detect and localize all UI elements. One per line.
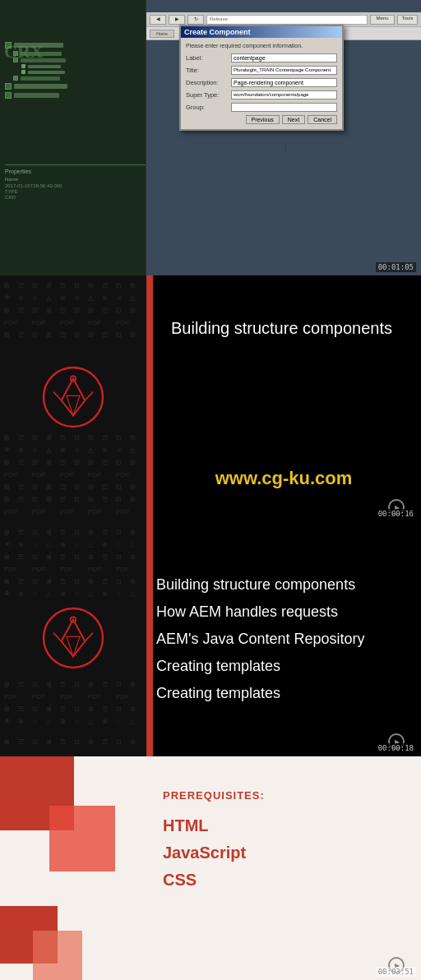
svg-text:⊞: ⊞ [88, 483, 94, 491]
svg-text:☰: ☰ [60, 578, 66, 585]
svg-text:⊡: ⊡ [116, 307, 122, 314]
svg-text:⊡: ⊡ [74, 705, 80, 713]
svg-text:⊡: ⊡ [32, 496, 38, 503]
svg-text:⊡: ⊡ [74, 578, 80, 585]
svg-text:⊡: ⊡ [74, 738, 80, 746]
svg-text:☰: ☰ [18, 434, 24, 441]
svg-text:☰: ☰ [18, 282, 24, 289]
svg-text:△: △ [130, 541, 136, 548]
section-prerequisites: PREREQUISITES: HTML JavaScript CSS ▶ 00:… [0, 756, 421, 980]
svg-text:PDF: PDF [116, 693, 129, 700]
svg-text:⊡: ⊡ [74, 434, 80, 441]
previous-button[interactable]: Previous [246, 115, 280, 124]
label-input[interactable]: contentpage [231, 53, 337, 62]
svg-text:☰: ☰ [18, 307, 24, 314]
svg-text:⊡: ⊡ [74, 483, 80, 491]
svg-text:⊞: ⊞ [4, 483, 10, 491]
title-row: Title: Pluralsight_TRAIN Contentpage Com… [186, 66, 337, 75]
svg-text:⊞: ⊞ [4, 307, 10, 314]
create-component-dialog: Create Component Please enter required c… [179, 25, 344, 131]
svg-text:△: △ [130, 590, 136, 598]
svg-text:PDF: PDF [60, 508, 73, 515]
svg-text:⊡: ⊡ [74, 282, 80, 289]
next-button[interactable]: Next [282, 115, 305, 124]
svg-text:⊡: ⊡ [32, 705, 38, 713]
group-input[interactable] [231, 103, 337, 112]
super-type-input[interactable]: wcm/foundation/components/page [231, 90, 337, 99]
description-input[interactable]: Page-rendering component [231, 78, 337, 87]
svg-text:⊞: ⊞ [46, 496, 52, 503]
svg-text:⊞: ⊞ [88, 307, 94, 314]
svg-text:☰: ☰ [18, 738, 24, 746]
pen-compass-icon [40, 364, 106, 430]
dialog-title: Create Component [181, 26, 342, 38]
svg-text:⊞: ⊞ [130, 459, 136, 466]
svg-text:☰: ☰ [102, 434, 108, 441]
svg-text:PDF: PDF [32, 693, 45, 700]
browser-panel: ◀ ▶ ↻ Release Menu Tools Home Enter sear… [146, 0, 421, 275]
svg-text:☰: ☰ [102, 307, 108, 314]
svg-text:⊞: ⊞ [4, 705, 10, 713]
svg-text:⊞: ⊞ [46, 529, 52, 536]
svg-text:PDF: PDF [116, 319, 129, 326]
red-accent-bar-2 [146, 522, 153, 756]
svg-text:☰: ☰ [18, 331, 24, 339]
section-building-structure: ⊞☰⊡⊞☰⊡⊞☰⊡⊞ 👁⊕☆△⊕☆△⊕☆△ ⊞☰⊡⊞☰⊡⊞☰⊡⊞ PDFPDFP… [0, 275, 421, 522]
svg-text:⊞: ⊞ [4, 331, 10, 339]
svg-text:⊞: ⊞ [46, 282, 52, 289]
svg-text:⊞: ⊞ [130, 282, 136, 289]
desc-field-label: Description: [186, 79, 231, 86]
svg-text:☰: ☰ [102, 738, 108, 746]
prereq-item-html: HTML [163, 816, 405, 835]
svg-text:PDF: PDF [116, 471, 129, 478]
svg-text:△: △ [88, 541, 94, 548]
svg-text:⊕: ⊕ [18, 446, 24, 454]
svg-text:⊞: ⊞ [88, 578, 94, 585]
svg-text:⊞: ⊞ [4, 282, 10, 289]
svg-text:PDF: PDF [32, 319, 45, 326]
svg-text:☰: ☰ [102, 529, 108, 536]
svg-text:PDF: PDF [4, 319, 17, 326]
svg-text:☆: ☆ [32, 446, 38, 454]
svg-text:△: △ [130, 294, 136, 302]
prereq-content: PREREQUISITES: HTML JavaScript CSS [146, 756, 421, 980]
svg-text:⊞: ⊞ [4, 496, 10, 503]
svg-text:⊡: ⊡ [116, 434, 122, 441]
svg-text:☆: ☆ [74, 590, 80, 598]
section-icon-panel: ⊞☰⊡⊞☰⊡⊞☰⊡⊞ 👁⊕☆△⊕☆△⊕☆△ ⊞☰⊡⊞☰⊡⊞☰⊡⊞ PDFPDFP… [0, 275, 146, 522]
svg-text:⊕: ⊕ [102, 718, 108, 725]
super-type-label: Super Type: [186, 91, 231, 99]
svg-text:☆: ☆ [74, 718, 80, 725]
svg-text:⊡: ⊡ [116, 459, 122, 466]
cancel-button[interactable]: Cancel [308, 115, 337, 124]
svg-text:⊞: ⊞ [88, 681, 94, 688]
topics-list: Building structure components How AEM ha… [153, 574, 365, 705]
svg-text:⊞: ⊞ [130, 496, 136, 503]
svg-text:⊡: ⊡ [32, 553, 38, 561]
watermark-text: www.cg-ku.com [215, 468, 353, 489]
svg-text:👁: 👁 [4, 294, 11, 302]
label-field-label: Label: [186, 54, 231, 62]
svg-text:⊞: ⊞ [88, 705, 94, 713]
section-heading: Building structure components [171, 317, 405, 340]
svg-text:⊕: ⊕ [102, 294, 108, 302]
svg-text:☰: ☰ [18, 705, 24, 713]
svg-text:👁: 👁 [4, 541, 11, 548]
red-block-2 [49, 806, 115, 871]
svg-text:👁: 👁 [4, 590, 11, 598]
svg-text:☰: ☰ [18, 681, 24, 688]
refresh-btn: ↻ [187, 15, 204, 25]
svg-text:⊞: ⊞ [88, 434, 94, 441]
svg-text:⊡: ⊡ [32, 434, 38, 441]
pen-compass-icon-2 [40, 605, 106, 671]
svg-text:⊡: ⊡ [74, 529, 80, 536]
video-thumbnail: File: 01 - Course Overview.mp4 Size: 546… [0, 0, 421, 275]
title-input[interactable]: Pluralsight_TRAIN Contentpage Component [231, 66, 337, 75]
super-type-row: Super Type: wcm/foundation/components/pa… [186, 90, 337, 99]
svg-text:☰: ☰ [60, 483, 66, 491]
svg-text:☰: ☰ [60, 553, 66, 561]
svg-text:⊡: ⊡ [32, 483, 38, 491]
dialog-body: Please enter required component informat… [181, 38, 342, 129]
svg-text:PDF: PDF [32, 508, 45, 515]
svg-text:⊕: ⊕ [60, 541, 66, 548]
